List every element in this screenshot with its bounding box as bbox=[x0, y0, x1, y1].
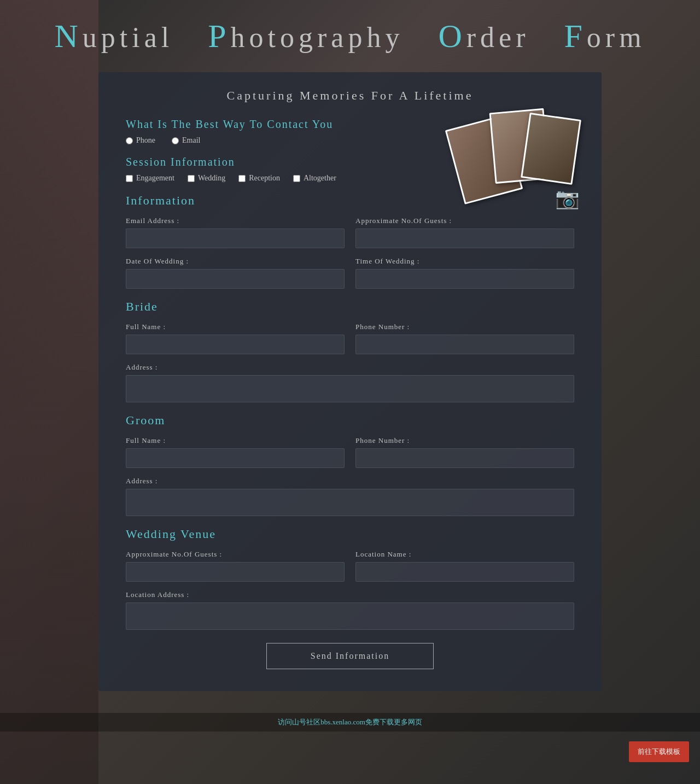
bride-section: Bride Full Name : Phone Number : Address… bbox=[126, 300, 574, 402]
form-card: 📷 Capturing Memories For A Lifetime What… bbox=[98, 72, 602, 691]
session-altogether-checkbox[interactable] bbox=[293, 175, 300, 182]
bride-row-1: Full Name : Phone Number : bbox=[126, 323, 574, 354]
session-engagement-label[interactable]: Engagement bbox=[126, 174, 174, 183]
bride-address-label: Address : bbox=[126, 363, 574, 372]
guests-input[interactable] bbox=[355, 229, 574, 248]
bride-address-col: Address : bbox=[126, 363, 574, 402]
location-address-col: Location Address : bbox=[126, 590, 574, 630]
groom-address-col: Address : bbox=[126, 477, 574, 516]
page-title: Nuptial Photography Order Form bbox=[11, 16, 689, 56]
groom-heading: Groom bbox=[126, 413, 574, 428]
bride-row-2: Address : bbox=[126, 363, 574, 402]
bride-heading: Bride bbox=[126, 300, 574, 314]
date-input[interactable] bbox=[126, 269, 345, 289]
bride-phone-col: Phone Number : bbox=[355, 323, 574, 354]
session-engagement-text: Engagement bbox=[136, 174, 174, 183]
session-engagement-checkbox[interactable] bbox=[126, 175, 133, 182]
groom-section: Groom Full Name : Phone Number : Address… bbox=[126, 413, 574, 516]
watermark: 访问山号社区bbs.xenlao.com免费下载更多网页 bbox=[0, 713, 700, 732]
venue-row-2: Location Address : bbox=[126, 590, 574, 630]
bride-name-col: Full Name : bbox=[126, 323, 345, 354]
date-col: Date Of Wedding : bbox=[126, 257, 345, 289]
session-altogether-text: Altogether bbox=[304, 174, 336, 183]
location-name-label: Location Name : bbox=[355, 550, 574, 559]
groom-phone-label: Phone Number : bbox=[355, 436, 574, 445]
session-reception-text: Reception bbox=[249, 174, 280, 183]
time-col: Time Of Wedding : bbox=[355, 257, 574, 289]
groom-name-input[interactable] bbox=[126, 448, 345, 468]
venue-guests-label: Approximate No.Of Guests : bbox=[126, 550, 345, 559]
location-address-label: Location Address : bbox=[126, 590, 574, 599]
session-reception-label[interactable]: Reception bbox=[238, 174, 280, 183]
groom-name-col: Full Name : bbox=[126, 436, 345, 468]
groom-address-label: Address : bbox=[126, 477, 574, 485]
template-button[interactable]: 前往下载模板 bbox=[629, 741, 689, 762]
venue-guests-col: Approximate No.Of Guests : bbox=[126, 550, 345, 582]
location-name-input[interactable] bbox=[355, 562, 574, 582]
title-n: N bbox=[54, 18, 82, 54]
venue-section: Wedding Venue Approximate No.Of Guests :… bbox=[126, 527, 574, 630]
contact-email-radio[interactable] bbox=[172, 137, 179, 144]
date-label: Date Of Wedding : bbox=[126, 257, 345, 266]
contact-email-label[interactable]: Email bbox=[172, 136, 200, 145]
groom-phone-input[interactable] bbox=[355, 448, 574, 468]
session-altogether-label[interactable]: Altogether bbox=[293, 174, 336, 183]
email-label: Email Address : bbox=[126, 217, 345, 225]
groom-address-input[interactable] bbox=[126, 489, 574, 516]
title-p: P bbox=[208, 18, 230, 54]
venue-heading: Wedding Venue bbox=[126, 527, 574, 541]
form-subtitle: Capturing Memories For A Lifetime bbox=[126, 89, 574, 103]
page-header: Nuptial Photography Order Form bbox=[0, 0, 700, 67]
guests-label: Approximate No.Of Guests : bbox=[355, 217, 574, 225]
session-reception-checkbox[interactable] bbox=[238, 175, 246, 182]
bride-address-input[interactable] bbox=[126, 375, 574, 402]
groom-phone-col: Phone Number : bbox=[355, 436, 574, 468]
guests-col: Approximate No.Of Guests : bbox=[355, 217, 574, 248]
contact-phone-label[interactable]: Phone bbox=[126, 136, 155, 145]
time-label: Time Of Wedding : bbox=[355, 257, 574, 266]
venue-guests-input[interactable] bbox=[126, 562, 345, 582]
email-col: Email Address : bbox=[126, 217, 345, 248]
camera-icon: 📷 bbox=[555, 187, 580, 210]
info-row-1: Email Address : Approximate No.Of Guests… bbox=[126, 217, 574, 248]
email-input[interactable] bbox=[126, 229, 345, 248]
bride-phone-input[interactable] bbox=[355, 335, 574, 354]
contact-phone-text: Phone bbox=[136, 136, 155, 145]
photos-cluster: 📷 bbox=[454, 105, 585, 214]
groom-row-2: Address : bbox=[126, 477, 574, 516]
groom-row-1: Full Name : Phone Number : bbox=[126, 436, 574, 468]
session-wedding-checkbox[interactable] bbox=[188, 175, 195, 182]
send-button[interactable]: Send Information bbox=[266, 643, 434, 669]
groom-name-label: Full Name : bbox=[126, 436, 345, 445]
bride-name-input[interactable] bbox=[126, 335, 345, 354]
venue-row-1: Approximate No.Of Guests : Location Name… bbox=[126, 550, 574, 582]
title-f: F bbox=[564, 18, 586, 54]
bride-name-label: Full Name : bbox=[126, 323, 345, 331]
session-wedding-label[interactable]: Wedding bbox=[188, 174, 225, 183]
time-input[interactable] bbox=[355, 269, 574, 289]
location-name-col: Location Name : bbox=[355, 550, 574, 582]
contact-phone-radio[interactable] bbox=[126, 137, 133, 144]
bride-phone-label: Phone Number : bbox=[355, 323, 574, 331]
session-wedding-text: Wedding bbox=[198, 174, 225, 183]
contact-email-text: Email bbox=[182, 136, 200, 145]
info-row-2: Date Of Wedding : Time Of Wedding : bbox=[126, 257, 574, 289]
location-address-input[interactable] bbox=[126, 602, 574, 630]
photo-card-3 bbox=[521, 113, 581, 185]
title-o: O bbox=[438, 18, 466, 54]
